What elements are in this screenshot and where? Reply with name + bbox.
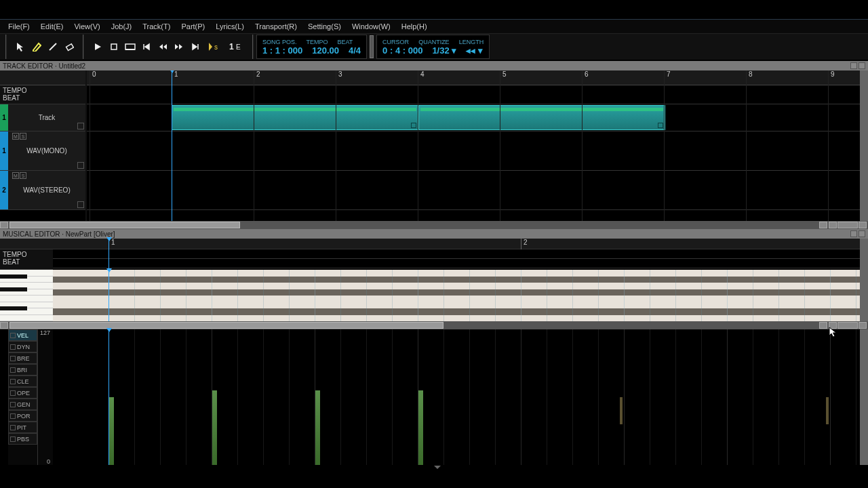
quantize-label: QUANTIZE — [418, 39, 450, 45]
zoom-out-icon[interactable] — [829, 222, 837, 228]
zoom-in-icon[interactable] — [859, 222, 867, 228]
velocity-bar[interactable] — [315, 390, 320, 465]
cursor-label: CURSOR — [382, 39, 409, 45]
menu-help[interactable]: Help(H) — [396, 22, 433, 30]
horizontal-scrollbar[interactable] — [0, 221, 868, 229]
mute-button[interactable]: M — [12, 133, 19, 140]
me-tempo-lane[interactable] — [53, 249, 860, 259]
maximize-icon[interactable] — [859, 230, 865, 237]
mute-button[interactable]: M — [12, 172, 19, 179]
menu-file[interactable]: File(F) — [3, 22, 35, 30]
parameter-scale: 127 0 — [38, 329, 53, 465]
marker-end-icon[interactable]: 1E — [226, 40, 245, 54]
me-playhead[interactable] — [108, 329, 109, 465]
track-editor: TEMPO BEAT 1 Track 1 MS WAV(MONO) 2 MS W… — [0, 70, 868, 229]
param-tab-por[interactable]: POR — [8, 410, 37, 422]
menu-track[interactable]: Track(T) — [137, 22, 176, 30]
velocity-bar[interactable] — [418, 390, 423, 465]
param-tab-vel[interactable]: VEL — [8, 329, 37, 341]
track-editor-titlebar[interactable]: TRACK EDITOR · Untitled2 — [0, 61, 868, 70]
param-tab-dyn[interactable]: DYN — [8, 341, 37, 352]
minimize-icon[interactable] — [850, 230, 857, 237]
menu-transport[interactable]: Transport(R) — [250, 22, 302, 30]
menu-job[interactable]: Job(J) — [106, 22, 138, 30]
loop-icon[interactable] — [123, 40, 137, 54]
length-value[interactable]: ◂◂ ▾ — [466, 45, 483, 56]
scroll-left-icon[interactable] — [0, 322, 8, 329]
eraser-tool-icon[interactable] — [62, 40, 76, 54]
musical-editor-titlebar[interactable]: MUSICAL EDITOR · NewPart [Oliver] — [0, 229, 868, 239]
stop-icon[interactable] — [107, 40, 121, 54]
me-horizontal-scrollbar[interactable] — [0, 321, 868, 329]
param-tab-pbs[interactable]: PBS — [8, 433, 37, 445]
menu-view[interactable]: View(V) — [68, 22, 105, 30]
solo-button[interactable]: S — [20, 172, 26, 179]
piano-keyboard[interactable] — [0, 270, 53, 321]
pencil-tool-icon[interactable] — [30, 40, 43, 54]
scroll-left-icon[interactable] — [0, 222, 8, 228]
vertical-scrollbar[interactable] — [860, 329, 868, 465]
song-info-panel: SONG POS. TEMPO BEAT 1 : 1 : 000 120.00 … — [256, 35, 367, 59]
vertical-scrollbar[interactable] — [860, 70, 868, 221]
arrow-tool-icon[interactable] — [14, 40, 27, 54]
param-marker[interactable] — [620, 397, 623, 424]
param-tab-gen[interactable]: GEN — [8, 399, 37, 410]
vertical-scrollbar[interactable] — [860, 239, 868, 270]
piano-roll[interactable] — [53, 270, 860, 321]
tempo-value[interactable]: 120.00 — [312, 45, 339, 56]
param-tab-bre[interactable]: BRE — [8, 352, 37, 364]
scroll-right-icon[interactable] — [819, 222, 827, 228]
zoom-out-icon[interactable] — [829, 322, 837, 329]
param-tab-cle[interactable]: CLE — [8, 375, 37, 387]
solo-button[interactable]: S — [20, 133, 26, 140]
menu-setting[interactable]: Setting(S) — [302, 22, 347, 30]
beat-header-label: BEAT — [3, 94, 83, 102]
parameter-lane[interactable] — [53, 329, 860, 465]
song-pos-value[interactable]: 1 : 1 : 000 — [262, 45, 302, 56]
line-tool-icon[interactable] — [46, 40, 60, 54]
track-header-3[interactable]: 2 MS WAV(STEREO) — [0, 171, 85, 210]
menu-window[interactable]: Window(W) — [347, 22, 396, 30]
me-ruler[interactable]: 1 2 — [53, 239, 860, 249]
minimize-icon[interactable] — [850, 62, 857, 69]
quantize-value[interactable]: 1/32 ▾ — [432, 45, 456, 56]
maximize-icon[interactable] — [859, 62, 865, 69]
to-start-icon[interactable] — [140, 40, 153, 54]
menu-lyrics[interactable]: Lyrics(L) — [210, 22, 250, 30]
cursor-value[interactable]: 0 : 4 : 000 — [382, 45, 422, 56]
track-header-1[interactable]: 1 Track — [0, 104, 85, 131]
track-timeline[interactable]: 0123456789 — [87, 70, 860, 221]
me-beat-lane[interactable] — [53, 259, 860, 268]
vertical-scrollbar[interactable] — [860, 270, 868, 321]
svg-rect-2 — [111, 44, 117, 49]
zoom-slider[interactable] — [837, 322, 858, 329]
scroll-thumb[interactable] — [9, 322, 443, 329]
marker-start-icon[interactable]: s — [205, 40, 224, 54]
beat-value[interactable]: 4/4 — [349, 45, 361, 56]
param-tab-pit[interactable]: PIT — [8, 422, 37, 433]
scroll-right-icon[interactable] — [819, 322, 827, 329]
forward-icon[interactable] — [172, 40, 186, 54]
scroll-thumb[interactable] — [9, 222, 240, 228]
velocity-bar[interactable] — [108, 397, 114, 465]
zoom-in-icon[interactable] — [859, 322, 867, 329]
menu-part[interactable]: Part(P) — [176, 22, 210, 30]
play-icon[interactable] — [91, 40, 104, 54]
me-playhead[interactable] — [108, 239, 109, 270]
scrub-slider[interactable] — [370, 35, 374, 58]
param-tab-bri[interactable]: BRI — [8, 364, 37, 375]
param-tab-ope[interactable]: OPE — [8, 387, 37, 399]
track-header-2[interactable]: 1 MS WAV(MONO) — [0, 131, 85, 171]
zoom-slider[interactable] — [837, 222, 858, 228]
playhead[interactable] — [172, 70, 172, 221]
menu-edit[interactable]: Edit(E) — [35, 22, 69, 30]
param-marker[interactable] — [826, 397, 829, 424]
track-options-icon[interactable] — [77, 162, 84, 169]
velocity-bar[interactable] — [212, 390, 217, 465]
track-options-icon[interactable] — [77, 123, 84, 129]
rewind-icon[interactable] — [156, 40, 170, 54]
me-playhead[interactable] — [108, 270, 109, 321]
track-options-icon[interactable] — [77, 201, 84, 208]
resize-handle[interactable] — [0, 465, 868, 470]
to-end-icon[interactable] — [189, 40, 202, 54]
